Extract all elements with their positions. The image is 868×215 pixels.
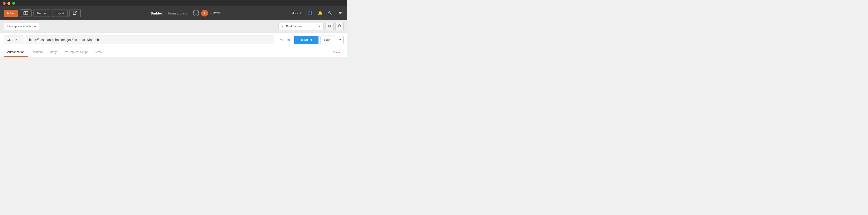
request-section: GET ▼ Params Send ▼ Save ▼ xyxy=(0,33,347,47)
close-button[interactable] xyxy=(3,2,6,5)
bell-button[interactable]: 🔔 xyxy=(316,9,324,17)
method-selector[interactable]: GET ▼ xyxy=(4,35,24,44)
send-chevron-icon: ▼ xyxy=(310,38,313,42)
toolbar: NEW Runner Import Builder Team Library I… xyxy=(0,6,347,20)
toolbar-center: Builder Team Library IN SYNC xyxy=(83,10,288,17)
team-library-label[interactable]: Team Library xyxy=(167,11,187,15)
new-button[interactable]: NEW xyxy=(4,10,18,17)
method-label: GET xyxy=(6,38,13,42)
sync-group: IN SYNC xyxy=(193,10,221,17)
minimize-button[interactable] xyxy=(7,2,10,5)
runner-button[interactable]: Runner xyxy=(33,9,51,17)
eye-button[interactable] xyxy=(326,22,334,30)
maximize-button[interactable] xyxy=(12,2,15,5)
url-input[interactable] xyxy=(26,35,274,44)
params-button[interactable]: Params xyxy=(276,36,292,44)
title-bar xyxy=(0,0,347,6)
tab-name: https://postman-echo xyxy=(7,25,32,28)
toolbar-right: docs ▼ 🌐 🔔 🔧 ❤ xyxy=(290,9,344,17)
sync-status-icon xyxy=(201,10,208,17)
send-button[interactable]: Send ▼ xyxy=(294,36,319,44)
save-chevron-icon: ▼ xyxy=(339,38,342,42)
save-dropdown-button[interactable]: ▼ xyxy=(337,36,344,44)
svg-point-3 xyxy=(195,10,196,11)
environment-selector[interactable]: No Environment ▼ xyxy=(278,23,324,30)
new-window-button[interactable] xyxy=(69,9,81,17)
tab-pre-request-script[interactable]: Pre-request Script xyxy=(60,47,91,57)
add-tab-button[interactable]: + xyxy=(41,23,47,30)
method-chevron-icon: ▼ xyxy=(15,38,18,42)
globe-button[interactable]: 🌐 xyxy=(307,9,314,17)
send-label: Send xyxy=(300,38,308,42)
tab-tests[interactable]: Tests xyxy=(91,47,105,57)
new-window-icon xyxy=(73,11,77,15)
tab-modified-dot xyxy=(34,26,36,27)
active-tab[interactable]: https://postman-echo xyxy=(4,23,39,30)
user-badge[interactable]: docs ▼ xyxy=(290,11,304,16)
sync-status-text: IN SYNC xyxy=(210,12,221,15)
env-chevron-icon: ▼ xyxy=(318,25,321,28)
heart-button[interactable]: ❤ xyxy=(336,9,344,17)
tab-authorization[interactable]: Authorization xyxy=(4,47,28,57)
gear-icon xyxy=(338,24,342,28)
environment-label: No Environment xyxy=(281,25,316,28)
tabs-section: Authorization Headers Body Pre-request S… xyxy=(0,47,347,57)
tab-headers[interactable]: Headers xyxy=(28,47,46,57)
code-link[interactable]: Code xyxy=(329,48,344,57)
orbit-icon xyxy=(193,10,199,17)
tab-body[interactable]: Body xyxy=(46,47,60,57)
sidebar-icon xyxy=(24,11,28,15)
wrench-button[interactable]: 🔧 xyxy=(327,9,334,17)
more-tabs-button[interactable]: ... xyxy=(49,24,57,29)
eye-icon xyxy=(328,25,332,28)
settings-button[interactable] xyxy=(336,22,344,30)
svg-point-1 xyxy=(193,10,199,16)
svg-point-2 xyxy=(193,12,199,14)
sync-inner-circle xyxy=(204,12,206,14)
builder-label: Builder xyxy=(151,11,162,15)
save-button[interactable]: Save xyxy=(320,35,335,44)
user-name: docs xyxy=(292,11,298,15)
user-chevron-icon: ▼ xyxy=(299,11,302,15)
import-button[interactable]: Import xyxy=(52,9,68,17)
sidebar-toggle-button[interactable] xyxy=(20,9,32,17)
url-bar-section: https://postman-echo + ... No Environmen… xyxy=(0,20,347,33)
